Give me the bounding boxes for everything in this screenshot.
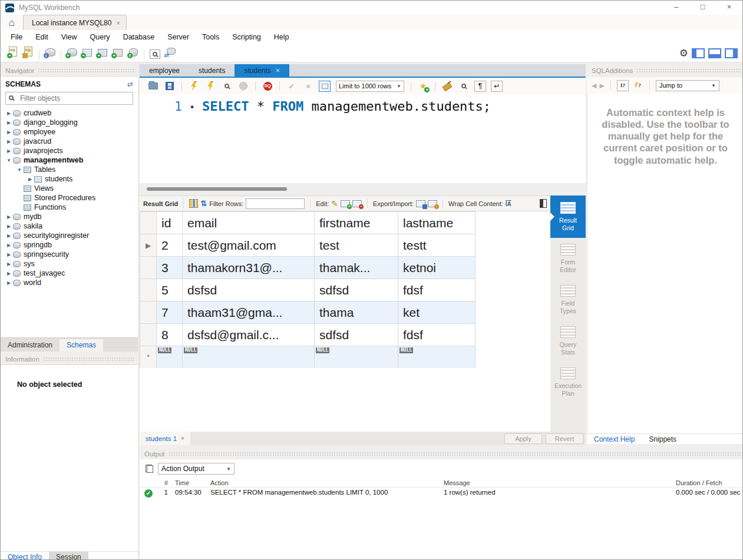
create-function-button[interactable]: f [126,45,141,59]
chevron-right-icon[interactable]: ▶ [5,224,12,229]
output-row[interactable]: ✓109:54:30SELECT * FROM managementweb.st… [140,488,743,499]
new-row-cell-id[interactable]: NULL [157,346,183,369]
rail-execution-plan-button[interactable]: ExecutionPlan [550,362,586,403]
chevron-right-icon[interactable]: ▶ [5,111,12,116]
menu-server[interactable]: Server [161,31,196,43]
chevron-right-icon[interactable]: ▶ [5,120,12,125]
row-selector-cell[interactable] [140,279,157,301]
tree-item-Stored Procedures[interactable]: Stored Procedures [1,193,138,203]
cell-email[interactable]: thamakorn31@... [183,257,315,279]
tree-item-javacrud[interactable]: ▶javacrud [1,137,138,146]
menu-database[interactable]: Database [117,31,161,43]
refresh-grid-icon[interactable]: ⇅ [200,199,207,208]
output-view-dropdown[interactable]: Action Output ▼ [158,463,235,475]
column-header-email[interactable]: email [183,212,315,234]
tree-item-Views[interactable]: Views [1,184,138,193]
create-stored-procedure-button[interactable]: + [110,46,126,60]
tree-item-mydb[interactable]: ▶mydb [1,212,138,221]
import-records-icon[interactable]: ↑ [428,200,437,207]
tree-item-sys[interactable]: ▶sys [1,259,138,269]
cell-id[interactable]: 3 [157,257,183,279]
table-inspector-button[interactable]: i [42,45,58,59]
new-row-cell-firstname[interactable]: NULL [315,346,398,369]
wrap-cell-icon[interactable]: IA [506,200,511,207]
limit-rows-dropdown[interactable]: Limit to 1000 rows ▼ [336,81,404,92]
revert-button[interactable]: Revert [546,433,583,444]
chevron-right-icon[interactable]: ▶ [5,148,12,154]
menu-file[interactable]: File [4,31,29,43]
execute-current-button[interactable] [203,79,218,93]
new-row-cell-lastname[interactable]: NULL [398,346,475,369]
auto-context-help-icon[interactable]: ? [632,80,643,91]
sidebar-tab-schemas[interactable]: Schemas [60,339,103,352]
create-table-button[interactable]: + [80,46,95,60]
toggle-bottom-panel-button[interactable] [708,48,721,58]
chevron-right-icon[interactable]: ▶ [5,214,12,220]
new-row-marker-cell[interactable]: * [140,346,157,369]
open-file-button[interactable] [146,79,161,93]
tree-item-students[interactable]: ▶students [1,174,138,184]
create-schema-button[interactable]: + [64,45,80,59]
show-invisibles-button[interactable]: ¶ [473,79,488,93]
tree-item-employee[interactable]: ▶employee [1,127,138,137]
connection-tab[interactable]: Local instance MYSQL80 × [23,15,127,30]
save-snippet-button[interactable]: ★+ [415,79,431,93]
close-button[interactable]: × [716,1,742,15]
editor-tab-employee-0[interactable]: employee [140,64,189,77]
cell-lastname[interactable]: fdsf [398,279,475,301]
help-tab-context-help[interactable]: Context Help [587,434,642,444]
beautify-sql-button[interactable] [440,79,455,93]
cell-id[interactable]: 8 [157,324,183,346]
resultset-tab-close-icon[interactable]: × [181,435,184,442]
scrollbar-thumb[interactable] [147,187,287,191]
cell-firstname[interactable]: sdfsd [315,279,398,301]
sidebar-tab-administration[interactable]: Administration [1,339,60,352]
find-in-script-button[interactable] [456,79,471,93]
chevron-down-icon[interactable]: ▼ [16,167,23,173]
context-help-icon[interactable]: I? [617,80,629,91]
bottom-tab-object-info[interactable]: Object Info [1,552,49,560]
rollback-button[interactable]: × [300,79,316,93]
tab-close-icon[interactable]: × [276,67,280,75]
chevron-right-icon[interactable]: ▶ [5,252,12,257]
row-selector-cell[interactable] [140,301,157,324]
explain-plan-button[interactable] [219,79,235,93]
maximize-button[interactable]: □ [689,1,716,15]
commit-button[interactable]: ✓ [284,79,299,93]
menu-scripting[interactable]: Scripting [226,31,268,43]
chevron-right-icon[interactable]: ▶ [5,280,12,286]
row-selector-cell[interactable] [140,324,157,346]
toggle-stop-on-error-button[interactable]: SQ [260,79,275,93]
rail-form-editor-button[interactable]: FormEditor [550,238,586,279]
delete-row-icon[interactable]: − [352,200,362,207]
cell-firstname[interactable]: thama [315,301,398,324]
cell-email[interactable]: dsfsd [183,279,315,301]
create-view-button[interactable]: + [95,46,110,60]
rail-query-stats-button[interactable]: QueryStats [550,320,586,362]
menu-help[interactable]: Help [268,31,296,43]
cell-id[interactable]: 5 [157,279,183,301]
resultset-tab[interactable]: students 1 × [140,432,190,445]
search-table-data-button[interactable] [147,47,163,61]
chevron-right-icon[interactable]: ▶ [5,271,12,276]
tree-item-javaprojects[interactable]: ▶javaprojects [1,146,138,155]
open-sql-script-button[interactable]: SQL [21,45,36,59]
insert-row-icon[interactable]: + [341,200,350,207]
cell-lastname[interactable]: fdsf [398,324,475,346]
tree-item-springdb[interactable]: ▶springdb [1,240,138,250]
chevron-right-icon[interactable]: ▶ [5,130,12,135]
row-selector-cell[interactable] [140,257,157,279]
back-arrow-icon[interactable]: ◀ [592,82,596,90]
rail-result-grid-button[interactable]: ResultGrid [550,195,586,238]
editor-tab-students-1[interactable]: students [189,64,235,77]
toggle-word-wrap-button[interactable]: ↵ [489,79,504,93]
execute-all-button[interactable] [186,79,202,93]
chevron-right-icon[interactable]: ▶ [5,243,12,248]
column-header-lastname[interactable]: lastname [398,212,475,234]
chevron-right-icon[interactable]: ▶ [27,177,34,182]
cell-id[interactable]: 7 [157,301,183,324]
tree-item-sakila[interactable]: ▶sakila [1,221,138,231]
tree-item-managementweb[interactable]: ▼managementweb [1,155,138,165]
tree-item-springsecurity[interactable]: ▶springsecurity [1,250,138,259]
forward-arrow-icon[interactable]: ▶ [599,82,604,90]
